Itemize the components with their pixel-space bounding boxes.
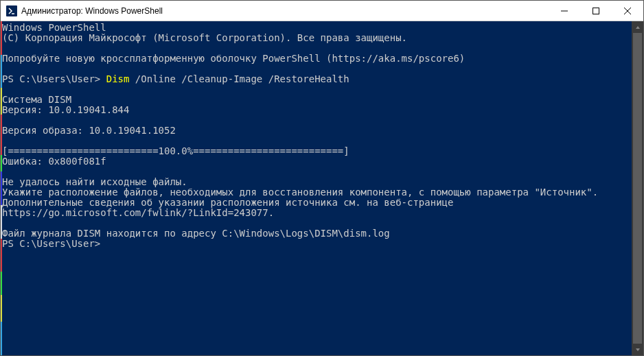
line-not-found: Не удалось найти исходные файлы.	[2, 176, 187, 187]
line-log-path: Файл журнала DISM находится по адресу C:…	[2, 228, 390, 239]
powershell-window: Администратор: Windows PowerShell Window…	[0, 0, 644, 356]
scroll-up-arrow[interactable]	[632, 21, 643, 33]
scrollbar-thumb[interactable]	[633, 33, 642, 344]
minimize-button[interactable]	[549, 1, 580, 21]
prompt-1: PS C:\Users\User>	[2, 73, 106, 84]
line-copyright: (C) Корпорация Майкрософт (Microsoft Cor…	[2, 32, 407, 43]
line-progress-bar: [==========================100.0%=======…	[2, 145, 349, 156]
scrollbar-track[interactable]	[632, 33, 643, 344]
window-left-edge-artifact	[1, 21, 2, 355]
terminal-output[interactable]: Windows PowerShell (C) Корпорация Майкро…	[1, 21, 632, 355]
line-header: Windows PowerShell	[2, 22, 106, 33]
close-button[interactable]	[612, 1, 643, 21]
line-system-dism: Система DISM	[2, 94, 71, 105]
line-advice: Укажите расположение файлов, необходимых…	[2, 187, 604, 218]
svg-rect-0	[593, 8, 599, 14]
prompt-2: PS C:\Users\User>	[2, 238, 100, 249]
terminal-area: Windows PowerShell (C) Корпорация Майкро…	[1, 21, 643, 355]
scroll-down-arrow[interactable]	[632, 344, 643, 355]
command-args: /Online /Cleanup-Image /RestoreHealth	[129, 73, 349, 84]
vertical-scrollbar[interactable]	[632, 21, 643, 355]
titlebar: Администратор: Windows PowerShell	[1, 1, 643, 21]
line-image-version: Версия образа: 10.0.19041.1052	[2, 125, 176, 136]
command-dism: Dism	[106, 73, 130, 84]
line-try-pscore: Попробуйте новую кроссплатформенную обол…	[2, 53, 465, 64]
powershell-icon	[6, 5, 17, 16]
maximize-button[interactable]	[580, 1, 612, 21]
window-title: Администратор: Windows PowerShell	[21, 6, 549, 16]
line-error-code: Ошибка: 0x800f081f	[2, 156, 106, 167]
window-controls	[549, 1, 643, 21]
line-version: Версия: 10.0.19041.844	[2, 104, 129, 115]
